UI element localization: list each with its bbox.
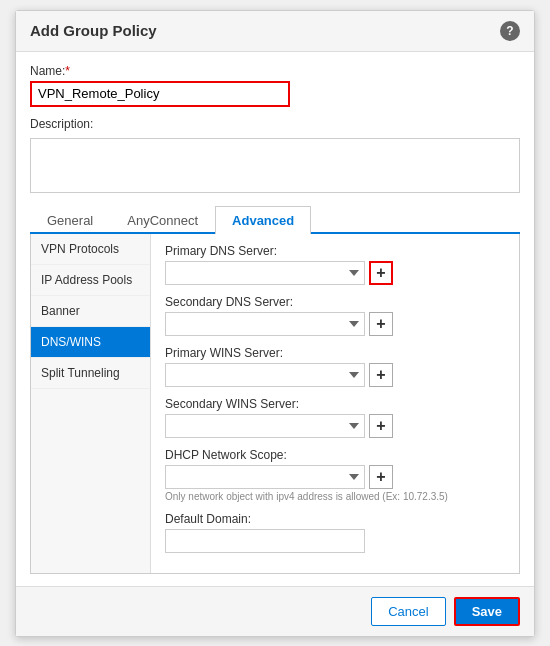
name-input[interactable] [30, 81, 290, 107]
dhcp-row: DHCP Network Scope: + Only network objec… [165, 448, 505, 502]
primary-wins-add-button[interactable]: + [369, 363, 393, 387]
primary-wins-input-group: + [165, 363, 505, 387]
secondary-dns-row: Secondary DNS Server: + [165, 295, 505, 336]
primary-dns-input-group: + [165, 261, 505, 285]
secondary-dns-select[interactable] [165, 312, 365, 336]
secondary-wins-add-button[interactable]: + [369, 414, 393, 438]
default-domain-input[interactable] [165, 529, 365, 553]
dialog-body: Name:* Description: General AnyConnect A… [16, 52, 534, 586]
help-icon[interactable]: ? [500, 21, 520, 41]
secondary-dns-input-group: + [165, 312, 505, 336]
cancel-button[interactable]: Cancel [371, 597, 445, 626]
content-area: VPN Protocols IP Address Pools Banner DN… [30, 234, 520, 574]
dhcp-label: DHCP Network Scope: [165, 448, 505, 462]
sidebar-item-ip-address-pools[interactable]: IP Address Pools [31, 265, 150, 296]
default-domain-label: Default Domain: [165, 512, 505, 526]
dialog-title: Add Group Policy [30, 22, 157, 39]
primary-wins-label: Primary WINS Server: [165, 346, 505, 360]
primary-dns-add-button[interactable]: + [369, 261, 393, 285]
default-domain-row: Default Domain: [165, 512, 505, 553]
tab-general[interactable]: General [30, 206, 110, 234]
secondary-wins-select[interactable] [165, 414, 365, 438]
add-group-policy-dialog: Add Group Policy ? Name:* Description: G… [15, 10, 535, 637]
dhcp-input-group: + [165, 465, 505, 489]
secondary-wins-input-group: + [165, 414, 505, 438]
dhcp-select[interactable] [165, 465, 365, 489]
sidebar-item-dns-wins[interactable]: DNS/WINS [31, 327, 150, 358]
dialog-footer: Cancel Save [16, 586, 534, 636]
sidebar-item-banner[interactable]: Banner [31, 296, 150, 327]
desc-label: Description: [30, 117, 520, 131]
save-button[interactable]: Save [454, 597, 520, 626]
secondary-dns-label: Secondary DNS Server: [165, 295, 505, 309]
dialog-header: Add Group Policy ? [16, 11, 534, 52]
primary-wins-select[interactable] [165, 363, 365, 387]
sidebar-item-vpn-protocols[interactable]: VPN Protocols [31, 234, 150, 265]
dhcp-add-button[interactable]: + [369, 465, 393, 489]
description-field-row: Description: [30, 117, 520, 196]
tab-advanced[interactable]: Advanced [215, 206, 311, 234]
description-input[interactable] [30, 138, 520, 193]
primary-dns-label: Primary DNS Server: [165, 244, 505, 258]
primary-dns-row: Primary DNS Server: + [165, 244, 505, 285]
name-field-row: Name:* [30, 64, 520, 107]
dhcp-hint: Only network object with ipv4 address is… [165, 491, 505, 502]
main-panel: Primary DNS Server: + Secondary DNS Serv… [151, 234, 519, 573]
secondary-wins-label: Secondary WINS Server: [165, 397, 505, 411]
secondary-dns-add-button[interactable]: + [369, 312, 393, 336]
name-label: Name:* [30, 64, 520, 78]
primary-wins-row: Primary WINS Server: + [165, 346, 505, 387]
sidebar: VPN Protocols IP Address Pools Banner DN… [31, 234, 151, 573]
tabs-bar: General AnyConnect Advanced [30, 206, 520, 234]
primary-dns-select[interactable] [165, 261, 365, 285]
tab-anyconnect[interactable]: AnyConnect [110, 206, 215, 234]
secondary-wins-row: Secondary WINS Server: + [165, 397, 505, 438]
sidebar-item-split-tunneling[interactable]: Split Tunneling [31, 358, 150, 389]
